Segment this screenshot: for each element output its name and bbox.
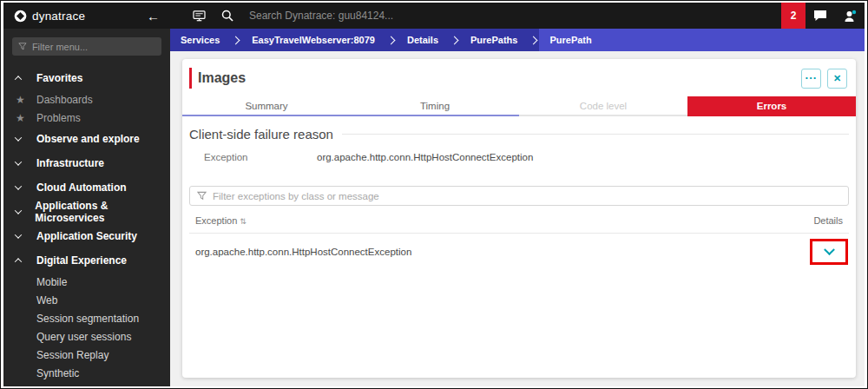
content-area: Images ... ✕ Summary Timing Code level E…: [170, 51, 865, 386]
search-input[interactable]: [249, 10, 510, 22]
tab-timing[interactable]: Timing: [351, 96, 519, 116]
star-icon: ★: [16, 94, 36, 106]
table-row: org.apache.http.conn.HttpHostConnectExce…: [189, 234, 849, 270]
exception-kv-row: Exception org.apache.http.conn.HttpHostC…: [189, 152, 849, 162]
exception-filter-input[interactable]: [213, 191, 841, 201]
breadcrumb-separator-icon: [230, 29, 241, 51]
annotation-highlight: [810, 239, 848, 265]
sidebar-item-applications-microservices[interactable]: Applications & Microservices: [3, 200, 170, 224]
sidebar-item-query-user-sessions[interactable]: Query user sessions: [3, 327, 170, 346]
chevron-down-icon: [16, 209, 35, 214]
filter-funnel-icon: [18, 42, 27, 51]
sidebar-item-digital-experience[interactable]: Digital Experience: [3, 248, 170, 273]
sidebar-item-favorites[interactable]: Favorites: [3, 66, 170, 90]
dynatrace-logo[interactable]: dynatrace: [14, 10, 147, 23]
filter-funnel-icon: [197, 191, 207, 201]
sidebar-item-mobile[interactable]: Mobile: [3, 273, 170, 291]
sidebar-filter[interactable]: [12, 37, 161, 56]
exception-value: org.apache.http.conn.HttpHostConnectExce…: [317, 152, 533, 162]
table-header: Exception⇅ Details: [189, 206, 849, 234]
sidebar-header: dynatrace ←: [3, 3, 170, 29]
notification-badge[interactable]: 2: [781, 3, 806, 29]
breadcrumb-separator-icon: [385, 29, 397, 51]
close-button[interactable]: ✕: [827, 69, 847, 89]
dynatrace-logo-icon: [14, 10, 27, 23]
tab-errors[interactable]: Errors: [687, 96, 856, 116]
sidebar-item-web[interactable]: Web: [3, 291, 170, 309]
chevron-up-icon: [16, 258, 36, 263]
chevron-down-icon: [16, 136, 36, 142]
logo-text: dynatrace: [32, 10, 85, 23]
exception-filter[interactable]: [189, 186, 849, 206]
sidebar-filter-input[interactable]: [32, 42, 155, 52]
search-icon[interactable]: [221, 10, 233, 22]
exception-label: Exception: [204, 152, 317, 162]
chevron-down-icon: [16, 161, 36, 166]
purepath-panel: Images ... ✕ Summary Timing Code level E…: [182, 59, 856, 378]
title-accent-bar: [189, 68, 192, 89]
more-options-button[interactable]: ...: [801, 69, 821, 89]
sidebar-item-custom-applications[interactable]: Custom applications: [3, 382, 170, 386]
breadcrumb: Services EasyTravelWebserver:8079 Detail…: [170, 29, 865, 51]
panel-title: Images: [198, 70, 795, 86]
expand-details-chevron-down-icon[interactable]: [824, 244, 835, 255]
sidebar-collapse-arrow-icon[interactable]: ←: [147, 10, 160, 23]
sidebar-item-problems[interactable]: ★ Problems: [3, 109, 170, 127]
chat-icon[interactable]: [806, 3, 835, 29]
sidebar-item-session-segmentation[interactable]: Session segmentation: [3, 309, 170, 327]
chevron-down-icon: [16, 185, 36, 190]
sort-icon[interactable]: ⇅: [240, 217, 247, 226]
section-title: Client-side failure reason: [189, 127, 849, 142]
user-profile-icon[interactable]: [835, 3, 865, 29]
star-icon: ★: [16, 112, 36, 124]
row-exception-value: org.apache.http.conn.HttpHostConnectExce…: [195, 247, 411, 257]
sidebar-item-observe-and-explore[interactable]: Observe and explore: [3, 127, 170, 151]
display-icon[interactable]: [193, 10, 206, 22]
sidebar-item-application-security[interactable]: Application Security: [3, 224, 170, 248]
dynatrace-app: dynatrace ← Favorites ★ Dashboards ★ Pro…: [3, 3, 865, 386]
sidebar: dynatrace ← Favorites ★ Dashboards ★ Pro…: [3, 3, 170, 386]
breadcrumb-services[interactable]: Services: [170, 29, 230, 51]
breadcrumb-easytravelwebserver[interactable]: EasyTravelWebserver:8079: [241, 29, 385, 51]
breadcrumb-purepaths[interactable]: PurePaths: [460, 29, 528, 51]
chevron-up-icon: [16, 76, 36, 81]
sidebar-item-cloud-automation[interactable]: Cloud Automation: [3, 175, 170, 200]
chevron-down-icon: [16, 234, 36, 239]
sidebar-nav: Favorites ★ Dashboards ★ Problems Observ…: [3, 56, 170, 386]
sidebar-item-infrastructure[interactable]: Infrastructure: [3, 151, 170, 175]
sidebar-item-synthetic[interactable]: Synthetic: [3, 364, 170, 382]
sidebar-item-session-replay[interactable]: Session Replay: [3, 346, 170, 364]
tab-bar: Summary Timing Code level Errors: [182, 96, 856, 116]
breadcrumb-separator-icon: [449, 29, 460, 51]
topbar: 2: [170, 3, 865, 29]
screenshot-frame: dynatrace ← Favorites ★ Dashboards ★ Pro…: [0, 0, 868, 389]
breadcrumb-purepath-current[interactable]: PurePath: [539, 29, 602, 51]
sidebar-item-dashboards[interactable]: ★ Dashboards: [3, 90, 170, 109]
column-details: Details: [813, 215, 843, 226]
tab-summary[interactable]: Summary: [182, 96, 351, 116]
tab-code-level: Code level: [519, 96, 687, 116]
failure-reason-section: Client-side failure reason Exception org…: [182, 116, 856, 162]
breadcrumb-details[interactable]: Details: [397, 29, 449, 51]
panel-header: Images ... ✕: [182, 59, 856, 94]
breadcrumb-separator-icon: [528, 29, 539, 51]
column-exception[interactable]: Exception⇅: [195, 215, 247, 226]
